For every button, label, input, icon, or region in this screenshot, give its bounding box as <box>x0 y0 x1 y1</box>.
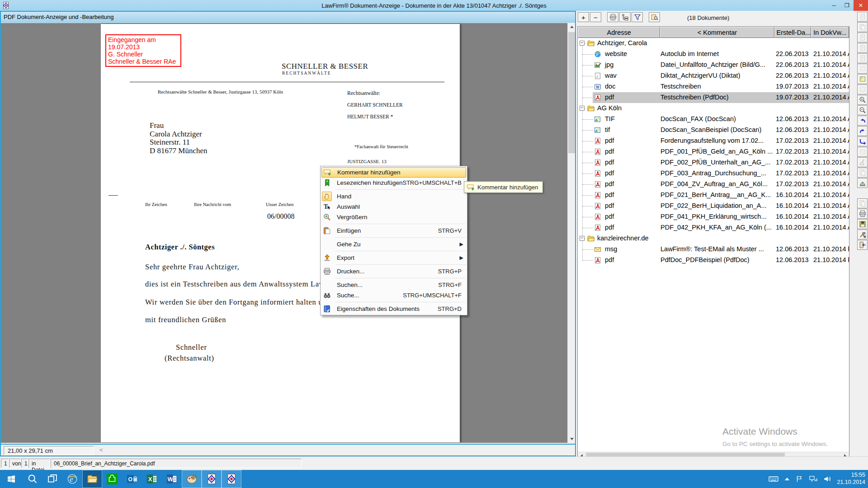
tree-doc-row[interactable]: msgLawFirm®: Test-EMail als Muster ...12… <box>578 244 849 255</box>
action-center-icon[interactable] <box>796 475 803 483</box>
tree-doc-row[interactable]: pdfPdfDoc_PDFBeispiel (PdfDoc)12.06.2013… <box>578 255 849 266</box>
menu-item-label: Gehe Zu <box>337 241 361 248</box>
tree-doc-row[interactable]: pdfPDF_041_PKH_Erklärung_wirtsch...16.10… <box>578 211 849 222</box>
menu-item-suchen-[interactable]: Suchen...STRG+F <box>321 280 467 290</box>
collapse-icon[interactable]: − <box>580 106 585 111</box>
menu-item-vergrößern[interactable]: Vergrößern <box>321 212 467 222</box>
select-area-2-button <box>857 84 868 94</box>
print-icon[interactable] <box>607 12 618 22</box>
tree-doc-row[interactable]: pdfPDF_003_Antrag_Durchsuchung_...17.02.… <box>578 168 849 179</box>
add-icon[interactable]: + <box>578 12 589 22</box>
scroll-left-icon[interactable]: < <box>99 446 103 453</box>
zoom-out-button[interactable] <box>857 105 868 115</box>
start-button[interactable] <box>0 470 23 488</box>
show-hidden-icon[interactable] <box>785 475 789 480</box>
tree-doc-row[interactable]: pdfPDF_001_PfÜB_Geld_an_AG_Köln ...17.02… <box>578 146 849 157</box>
tree-view-icon[interactable] <box>619 12 631 22</box>
taskbar-paint[interactable] <box>182 470 202 488</box>
rotate-left-button[interactable] <box>857 116 868 126</box>
taskbar-file-explorer[interactable] <box>82 470 102 488</box>
activate-windows-line2: Go to PC settings to activate Windows. <box>722 441 828 447</box>
menu-item-hand[interactable]: Hand <box>321 191 467 202</box>
menu-item-einfügen[interactable]: EinfügenSTRG+V <box>321 225 467 236</box>
tree-doc-row[interactable]: pdfForderungsaufstellung vom 17.02...17.… <box>578 136 849 146</box>
save-button[interactable] <box>857 219 868 229</box>
doc-comment: PDF_004_ZV_Auftrag_an_AG_Köl... <box>660 180 774 188</box>
tree-doc-row[interactable]: tifDocScan_ScanBeispiel (DocScan)12.06.2… <box>578 125 849 136</box>
tree-doc-row[interactable]: pdfPDF_004_ZV_Auftrag_an_AG_Köl...17.02.… <box>578 179 849 190</box>
split-pages-button <box>857 168 868 178</box>
pdf-window-title: PDF Dokument-Anzeige und -Bearbeitung <box>4 14 114 20</box>
doc-created-date: 16.10.2014 <box>776 202 809 209</box>
tray-time: 15:55 <box>837 471 865 479</box>
taskbar-outlook[interactable] <box>122 470 142 488</box>
tree-folder-row[interactable]: −AG Köln <box>578 103 849 114</box>
tree-folder-row[interactable]: −kanzleirechner.de <box>578 233 849 244</box>
tree-folder-row[interactable]: −Achtziger, Carola <box>578 38 849 49</box>
menu-item-export[interactable]: Export▶ <box>321 253 467 263</box>
column-header-adresse[interactable]: Adresse <box>578 27 660 38</box>
system-tray <box>769 470 832 488</box>
tree-doc-row[interactable]: websiteAutoclub im Internet22.06.201321.… <box>578 49 849 60</box>
tools-button[interactable] <box>857 230 868 239</box>
menu-item-suche-[interactable]: Suche...STRG+UMSCHALT+F <box>321 290 467 300</box>
keyboard-icon[interactable] <box>769 475 778 483</box>
tree-doc-row[interactable]: pdfTestschreiben (PdfDoc)19.07.201321.10… <box>578 92 849 103</box>
tree-doc-row[interactable]: wavDiktat_AchtzigerVU (Diktat)22.06.2013… <box>578 70 849 81</box>
collapse-icon[interactable]: − <box>580 236 585 241</box>
scroll-up-icon[interactable] <box>568 23 575 31</box>
network-icon[interactable] <box>809 475 817 483</box>
taskbar-search[interactable] <box>23 470 42 488</box>
filter-icon[interactable] <box>632 12 643 22</box>
taskbar-store[interactable] <box>102 470 122 488</box>
doc-table-header: Adresse < Kommentar Erstell-Da... In Dok… <box>578 27 849 38</box>
collapse-icon[interactable]: − <box>580 41 585 46</box>
pdf-canvas: Eingegangen am 19.07.2013 G. Schneller S… <box>1 23 575 443</box>
taskbar-excel[interactable] <box>142 470 162 488</box>
tree-doc-row[interactable]: docTestschreiben19.07.201321.10.2014 A <box>578 81 849 92</box>
tree-doc-row[interactable]: pdfPDF_042_PKH_KFA_an_AG_Köln (...16.10.… <box>578 222 849 233</box>
volume-icon[interactable] <box>824 475 832 483</box>
taskbar-lawfirm[interactable] <box>202 470 222 488</box>
remove-icon[interactable]: − <box>590 12 601 22</box>
menu-item-drucken-[interactable]: Drucken...STRG+P <box>321 266 467 277</box>
tree-doc-row[interactable]: pdfPDF_021_BerH_Antrag__an_AG_K...16.10.… <box>578 190 849 201</box>
document-search-icon[interactable] <box>649 12 660 22</box>
stamp-button[interactable] <box>857 178 868 188</box>
scroll-down-icon[interactable] <box>568 435 575 443</box>
taskbar-lawfirm[interactable] <box>222 470 241 488</box>
select-area-icon <box>859 65 866 72</box>
menu-item-eigenschaften-des-dokuments[interactable]: Eigenschaften des DokumentsSTRG+D <box>321 304 467 314</box>
menu-item-gehe-zu[interactable]: Gehe Zu▶ <box>321 239 467 249</box>
taskbar-task-view[interactable] <box>42 470 62 488</box>
pdf-vertical-scrollbar[interactable] <box>567 23 575 443</box>
zoom-in-button[interactable] <box>857 95 868 105</box>
highlight-area-button[interactable] <box>857 74 868 84</box>
print-button[interactable] <box>857 209 868 219</box>
column-header-indokvw[interactable]: In DokVw... <box>811 27 849 38</box>
scrollbar-thumb[interactable] <box>568 32 575 153</box>
clock[interactable]: 15:55 21.10.2014 <box>837 471 865 486</box>
menu-item-auswahl[interactable]: Auswahl <box>321 202 467 212</box>
tree-doc-row[interactable]: jpgDatei_Unfallfoto_Achtziger (Bild/G...… <box>578 60 849 70</box>
taskbar-word[interactable] <box>162 470 182 488</box>
menu-item-lesezeichen-hinzufügen[interactable]: Lesezeichen hinzufügenSTRG+UMSCHALT+B <box>321 178 467 188</box>
close-button[interactable]: ✕ <box>854 0 868 11</box>
column-header-erstelldatum[interactable]: Erstell-Da... <box>774 27 811 38</box>
doc-indok-date: 21.10.2014 A <box>813 137 849 144</box>
doc-file-icon <box>594 83 601 90</box>
tree-doc-row[interactable]: pdfPDF_022_BerH_Liquidation_an_A...16.10… <box>578 201 849 211</box>
column-header-kommentar[interactable]: < Kommentar <box>660 27 774 38</box>
maximize-button[interactable]: ❐ <box>840 0 854 11</box>
tree-doc-row[interactable]: pdfPDF_002_PfÜB_Unterhalt_an_AG_...17.02… <box>578 157 849 168</box>
doc-type-label: wav <box>605 72 617 79</box>
taskbar-internet-explorer[interactable] <box>62 470 82 488</box>
rotate-right-button[interactable] <box>857 126 868 136</box>
lawfirm-icon <box>226 474 237 484</box>
doc-comment: Testschreiben <box>660 83 774 90</box>
callback-button[interactable] <box>857 136 868 146</box>
exit-button[interactable] <box>857 240 868 250</box>
minimize-button[interactable]: ─ <box>827 0 840 11</box>
menu-item-kommentar-hinzufügen[interactable]: Kommentar hinzufügen <box>321 167 466 178</box>
tree-doc-row[interactable]: TIFDocScan_FAX (DocScan)12.06.201321.10.… <box>578 114 849 125</box>
